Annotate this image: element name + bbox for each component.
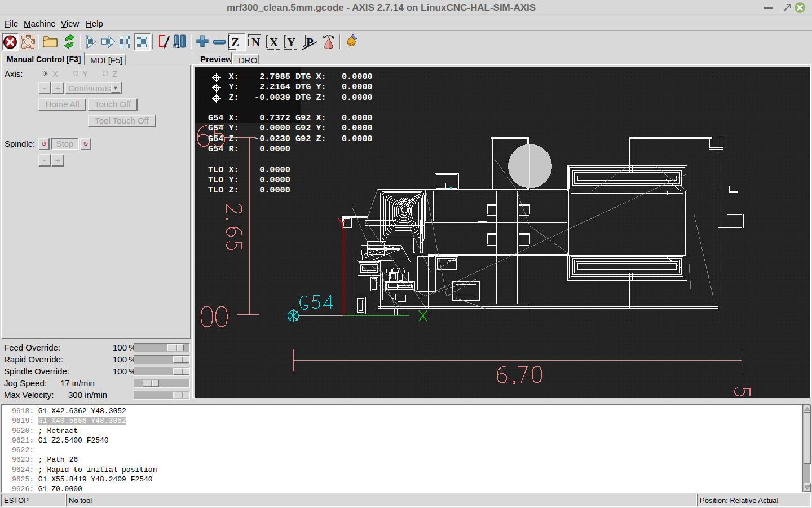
svg-text:M1: M1 [173, 43, 180, 49]
